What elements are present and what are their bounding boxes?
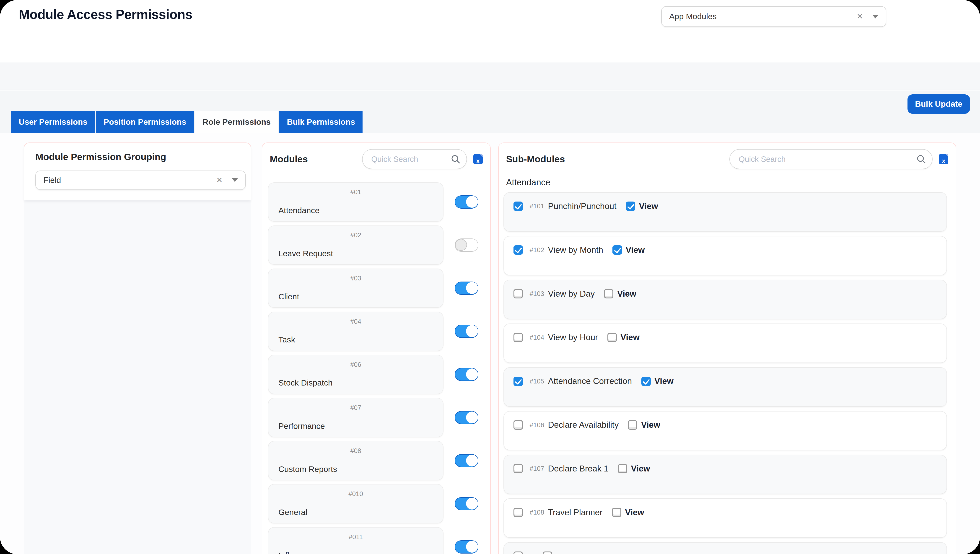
- module-row: #010 General: [268, 484, 490, 524]
- view-label: View: [620, 333, 640, 342]
- submodules-search: [729, 149, 932, 169]
- app-modules-select[interactable]: App Modules ✕: [661, 6, 886, 27]
- chevron-down-icon[interactable]: [232, 178, 238, 182]
- bulk-update-button[interactable]: Bulk Update: [907, 94, 970, 114]
- submodule-name: Declare Break 1: [548, 464, 608, 473]
- submodule-number: #106: [530, 421, 544, 429]
- module-card[interactable]: #03 Client: [268, 269, 444, 308]
- clear-icon[interactable]: ✕: [216, 177, 223, 184]
- content: Bulk Update User PermissionsPosition Per…: [0, 91, 980, 554]
- submodule-row: #106 Declare Availability View: [503, 411, 947, 451]
- export-excel-icon[interactable]: x: [939, 154, 948, 165]
- view-checkbox[interactable]: [542, 551, 552, 554]
- tab-bulk-permissions[interactable]: Bulk Permissions: [279, 111, 363, 133]
- module-toggle-wrap: [444, 195, 490, 209]
- view-label: View: [626, 245, 645, 255]
- module-enabled-toggle[interactable]: [455, 411, 478, 424]
- module-number: #07: [268, 404, 443, 412]
- module-toggle-wrap: [444, 282, 490, 295]
- submodule-row-line: #103 View by Day View: [514, 289, 947, 299]
- submodule-number: #102: [530, 246, 544, 254]
- submodule-row-line: #101 Punchin/Punchout View: [514, 202, 947, 211]
- submodule-checkbox[interactable]: [514, 508, 523, 517]
- view-checkbox[interactable]: [612, 245, 622, 255]
- module-name: Attendance: [278, 206, 320, 215]
- view-checkbox[interactable]: [628, 420, 637, 430]
- view-checkbox[interactable]: [608, 333, 617, 342]
- screen: Module Access Permissions App Modules ✕ …: [0, 0, 980, 554]
- module-enabled-toggle[interactable]: [455, 454, 478, 467]
- module-row: #02 Leave Request: [268, 226, 490, 265]
- grouping-field-select[interactable]: Field ✕: [35, 170, 245, 190]
- module-enabled-toggle[interactable]: [455, 325, 478, 338]
- view-checkbox[interactable]: [612, 508, 621, 517]
- submodule-checkbox[interactable]: [514, 289, 523, 298]
- submodule-checkbox[interactable]: [514, 551, 523, 554]
- submodule-checkbox[interactable]: [514, 333, 523, 342]
- module-enabled-toggle[interactable]: [455, 195, 478, 209]
- submodule-name: View by Day: [548, 289, 595, 299]
- toggle-knob: [466, 498, 478, 509]
- module-toggle-wrap: [444, 497, 490, 511]
- submodule-checkbox[interactable]: [514, 245, 523, 255]
- tab-user-permissions[interactable]: User Permissions: [11, 111, 95, 133]
- module-card[interactable]: #02 Leave Request: [268, 226, 444, 265]
- view-checkbox[interactable]: [618, 464, 627, 473]
- module-card[interactable]: #010 General: [268, 484, 444, 524]
- module-enabled-toggle[interactable]: [455, 239, 478, 252]
- submodule-name: Attendance Correction: [548, 376, 632, 386]
- submodule-row: #103 View by Day View: [503, 280, 947, 319]
- submodules-panel-title: Sub-Modules: [506, 154, 723, 165]
- grouping-panel-header: Module Permission Grouping Field ✕: [24, 143, 251, 201]
- module-row: #011 Influencer: [268, 527, 490, 554]
- module-card[interactable]: #04 Task: [268, 312, 444, 351]
- submodule-row-line: #104 View by Hour View: [514, 333, 947, 342]
- module-enabled-toggle[interactable]: [455, 497, 478, 511]
- module-row: #06 Stock Dispatch: [268, 355, 490, 394]
- submodule-row-line: [514, 551, 947, 554]
- modules-search: [362, 149, 467, 169]
- modules-search-input[interactable]: [371, 155, 451, 164]
- module-toggle-wrap: [444, 325, 490, 338]
- view-checkbox[interactable]: [641, 377, 651, 386]
- view-label: View: [625, 508, 644, 517]
- chevron-down-icon[interactable]: [872, 15, 878, 19]
- view-label: View: [641, 420, 660, 430]
- submodules-search-input[interactable]: [739, 155, 916, 164]
- module-card[interactable]: #011 Influencer: [268, 527, 444, 554]
- module-enabled-toggle[interactable]: [455, 368, 478, 381]
- app-modules-select-value: App Modules: [669, 12, 857, 21]
- submodules-list: #101 Punchin/Punchout View #102 View by …: [503, 192, 947, 554]
- view-label: View: [654, 376, 673, 386]
- submodule-checkbox[interactable]: [514, 377, 523, 386]
- module-card[interactable]: #07 Performance: [268, 398, 444, 437]
- submodule-checkbox[interactable]: [514, 420, 523, 430]
- toggle-knob: [455, 239, 467, 251]
- tab-role-permissions[interactable]: Role Permissions: [195, 111, 278, 133]
- module-permission-grouping-panel: Module Permission Grouping Field ✕: [24, 142, 251, 554]
- module-name: Stock Dispatch: [278, 378, 332, 388]
- module-enabled-toggle[interactable]: [455, 282, 478, 295]
- view-checkbox[interactable]: [604, 289, 613, 298]
- submodule-row-line: #106 Declare Availability View: [514, 420, 947, 430]
- submodule-checkbox[interactable]: [514, 464, 523, 473]
- tab-position-permissions[interactable]: Position Permissions: [96, 111, 194, 133]
- submodule-number: #105: [530, 377, 544, 385]
- excel-letter: x: [942, 158, 945, 164]
- clear-icon[interactable]: ✕: [857, 13, 863, 20]
- module-card[interactable]: #06 Stock Dispatch: [268, 355, 444, 394]
- submodule-checkbox[interactable]: [514, 202, 523, 211]
- module-card[interactable]: #01 Attendance: [268, 182, 444, 222]
- module-card[interactable]: #08 Custom Reports: [268, 441, 444, 480]
- module-name: Performance: [278, 422, 325, 431]
- view-checkbox[interactable]: [626, 202, 635, 211]
- submodule-row: #107 Declare Break 1 View: [503, 455, 947, 494]
- submodule-row: #101 Punchin/Punchout View: [503, 192, 947, 232]
- export-excel-icon[interactable]: x: [473, 154, 483, 165]
- module-enabled-toggle[interactable]: [455, 540, 478, 554]
- toggle-knob: [466, 455, 478, 466]
- modules-list: #01 Attendance #02 Leave Request #03 Cli…: [268, 182, 490, 554]
- module-row: #04 Task: [268, 312, 490, 351]
- module-toggle-wrap: [444, 368, 490, 381]
- module-number: #08: [268, 447, 443, 455]
